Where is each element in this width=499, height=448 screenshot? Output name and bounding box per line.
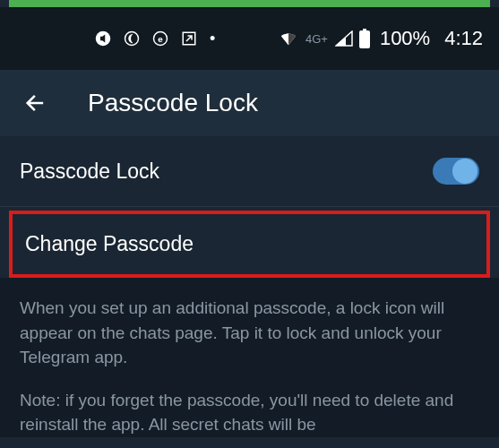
signal-icon: [335, 30, 353, 47]
toggle-knob: [452, 159, 477, 184]
svg-rect-5: [363, 29, 366, 30]
arrow-left-icon: [23, 90, 48, 116]
sound-icon: [95, 30, 111, 47]
passcode-lock-toggle[interactable]: [433, 158, 479, 185]
passcode-lock-row[interactable]: Passcode Lock: [0, 136, 499, 207]
change-passcode-row[interactable]: Change Passcode: [13, 214, 486, 274]
square-arrow-icon: [181, 30, 197, 47]
wifi-icon: [279, 30, 298, 47]
back-button[interactable]: [18, 85, 54, 121]
info-section: When you set up an additional passcode, …: [0, 278, 499, 437]
svg-rect-6: [359, 30, 370, 48]
more-dot-icon: •: [210, 30, 215, 48]
svg-point-1: [125, 32, 139, 46]
change-passcode-label: Change Passcode: [25, 232, 474, 256]
status-bar: e • 4G+ 100% 4:12: [0, 7, 499, 70]
info-paragraph-1: When you set up an additional passcode, …: [20, 296, 479, 370]
clock-time: 4:12: [444, 27, 483, 50]
battery-icon: [358, 29, 371, 48]
battery-percent: 100%: [380, 27, 430, 50]
network-type-label: 4G+: [305, 32, 328, 46]
top-accent-bar: [9, 0, 490, 7]
app-header: Passcode Lock: [0, 70, 499, 136]
svg-text:e: e: [158, 34, 163, 44]
passcode-lock-label: Passcode Lock: [20, 159, 433, 184]
letter-e-icon: e: [152, 30, 168, 47]
info-paragraph-2: Note: if you forget the passcode, you'll…: [20, 388, 479, 437]
highlight-annotation: Change Passcode: [9, 211, 490, 278]
moon-icon: [124, 30, 140, 47]
page-title: Passcode Lock: [88, 89, 258, 117]
